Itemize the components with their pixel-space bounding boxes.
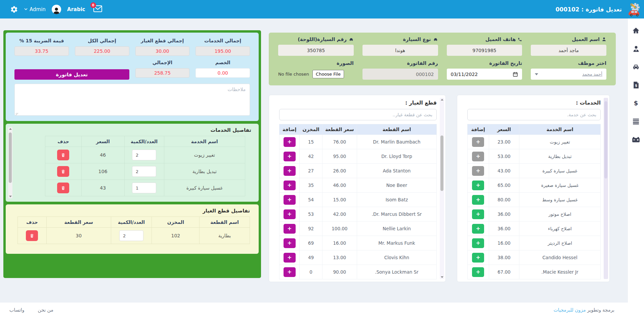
- customer-name-label: اسم العميل: [572, 37, 600, 42]
- parts-search-input[interactable]: [279, 109, 437, 120]
- service-row: تبديل بطارية53.00+: [468, 149, 601, 164]
- add-service-button[interactable]: +: [472, 152, 484, 161]
- car-icon: [433, 37, 438, 42]
- part-name: Mr. Markus Funk: [357, 236, 436, 250]
- image-label: الصورة: [337, 61, 354, 66]
- whatsapp-link[interactable]: واتساب: [9, 307, 24, 313]
- grand-total-label: إجمالي الكل: [88, 38, 116, 43]
- service-row: اصلاح كهرباء36.00+: [468, 222, 601, 236]
- col-service-price: السعر: [489, 124, 519, 135]
- scrollbar[interactable]: [440, 98, 444, 279]
- scrollbar[interactable]: [8, 127, 12, 198]
- svg-text:$: $: [634, 100, 638, 107]
- add-part-button[interactable]: +: [284, 137, 296, 147]
- parts-catalog-card: قطع الغيار : اسم القطعة سعر القطعة المخز…: [269, 95, 446, 282]
- invoice-date-input[interactable]: 03/11/2022: [447, 69, 522, 80]
- add-service-button[interactable]: +: [472, 267, 484, 277]
- service-price: 106: [81, 163, 124, 180]
- scrollbar[interactable]: [604, 98, 608, 279]
- service-price: 23.00: [489, 135, 519, 149]
- add-service-button[interactable]: +: [472, 195, 484, 205]
- service-price: 67.00: [489, 265, 519, 279]
- col-delete: حذف: [45, 136, 82, 147]
- list-icon[interactable]: [632, 117, 640, 125]
- part-price: 100.00: [322, 222, 357, 236]
- update-invoice-button[interactable]: تعديل فاتورة: [14, 69, 129, 80]
- delete-service-button[interactable]: [57, 166, 69, 177]
- service-name: تبديل بطارية: [164, 163, 245, 180]
- invoice-form: اسم العميل ماجد أحمد هاتف العميل 9709198…: [269, 33, 616, 85]
- parts-total-value: 30.00: [135, 46, 190, 56]
- parts-catalog-title: قطع الغيار :: [279, 100, 437, 106]
- dollar-icon[interactable]: $: [632, 99, 640, 107]
- delete-part-button[interactable]: [26, 230, 38, 241]
- part-name: Dr. Marlin Baumbach: [357, 135, 436, 149]
- add-service-button[interactable]: +: [472, 181, 484, 190]
- part-name: Dr. Lloyd Torp: [357, 149, 436, 164]
- add-service-button[interactable]: +: [472, 209, 484, 219]
- col-price: السعر: [81, 136, 124, 147]
- car-type-field[interactable]: هوندا: [362, 45, 438, 56]
- qty-input[interactable]: [119, 230, 143, 241]
- customers-icon[interactable]: [632, 45, 640, 53]
- service-row: غسيل سيارة كبيرة43.00+: [468, 164, 601, 178]
- service-name: Macie Kessler Jr.: [519, 265, 601, 279]
- discount-input[interactable]: [196, 68, 250, 78]
- add-part-button[interactable]: +: [284, 152, 296, 161]
- credit-link[interactable]: مزون للبرمجيات: [554, 307, 586, 313]
- add-part-button[interactable]: +: [284, 253, 296, 263]
- add-part-button[interactable]: +: [284, 181, 296, 190]
- image-file-input: No file chosen Choose File: [278, 69, 354, 80]
- add-service-button[interactable]: +: [472, 224, 484, 234]
- service-name: Candido Hessel: [519, 250, 601, 265]
- employee-select[interactable]: أحمد محمد: [531, 69, 606, 80]
- add-service-button[interactable]: +: [472, 253, 484, 263]
- add-part-button[interactable]: +: [284, 224, 296, 234]
- qty-input[interactable]: [132, 150, 156, 160]
- part-stock: 54: [300, 193, 322, 207]
- page-title: تعديل فاتورة : 000102: [556, 6, 622, 13]
- admin-menu[interactable]: Admin: [24, 6, 46, 12]
- service-details-title: تفاصيل الخدمات: [17, 127, 251, 133]
- app-logo-car-gear-icon[interactable]: [627, 2, 641, 16]
- gear-icon[interactable]: [10, 5, 18, 13]
- add-service-button[interactable]: +: [472, 166, 484, 176]
- customer-name-field[interactable]: ماجد أحمد: [531, 45, 606, 56]
- part-price: 26.00: [322, 164, 357, 178]
- about-us-link[interactable]: من نحن: [38, 307, 53, 313]
- calendar-icon[interactable]: [513, 72, 518, 77]
- part-stock: 92: [300, 222, 322, 236]
- phone-icon: [518, 37, 522, 42]
- part-stock: 27: [300, 164, 322, 178]
- qty-input[interactable]: [132, 183, 156, 193]
- invoice-icon[interactable]: $: [632, 81, 640, 89]
- car-icon[interactable]: [632, 63, 640, 71]
- service-name: غسيل سيارة صغيرة: [519, 178, 601, 193]
- add-part-button[interactable]: +: [284, 238, 296, 248]
- choose-file-button[interactable]: Choose File: [312, 70, 344, 78]
- add-part-button[interactable]: +: [284, 166, 296, 176]
- services-search-input[interactable]: [467, 109, 601, 120]
- delete-service-button[interactable]: [57, 150, 69, 160]
- mail-button[interactable]: 0: [93, 5, 102, 13]
- part-row: Isom Batz15.0054+: [280, 193, 437, 207]
- customer-phone-field[interactable]: 97091985: [447, 45, 522, 56]
- language-label[interactable]: Arabic: [67, 6, 85, 12]
- add-service-button[interactable]: +: [472, 238, 484, 248]
- battery-icon[interactable]: [632, 135, 640, 144]
- qty-input[interactable]: [132, 166, 156, 177]
- avatar[interactable]: [52, 5, 61, 14]
- add-part-button[interactable]: +: [284, 209, 296, 219]
- part-stock: 35: [300, 178, 322, 193]
- add-part-button[interactable]: +: [284, 195, 296, 205]
- home-icon[interactable]: [632, 27, 640, 35]
- svg-text:$: $: [635, 84, 637, 87]
- add-part-button[interactable]: +: [284, 267, 296, 277]
- part-name: Dr. Marcus Dibbert Sr.: [357, 207, 436, 222]
- sidebar-rail: $ $: [628, 18, 644, 303]
- part-stock: 69: [300, 236, 322, 250]
- notes-textarea[interactable]: [14, 84, 250, 116]
- car-plate-field[interactable]: 350785: [278, 45, 354, 56]
- delete-service-button[interactable]: [57, 183, 69, 193]
- add-service-button[interactable]: +: [472, 137, 484, 147]
